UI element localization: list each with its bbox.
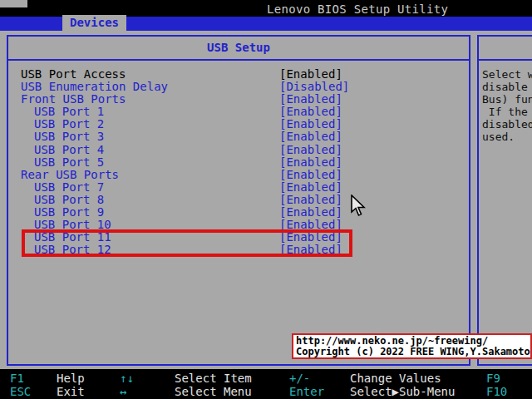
keybar-label: Change Values [350,372,441,385]
bios-screen: Lenovo BIOS Setup Utility Devices USB Se… [0,0,532,399]
highlight-box [22,229,352,257]
keybar-label: Select▶Sub-Menu [350,385,455,398]
usb-setup-row[interactable]: USB Port 5[Enabled] [8,156,469,169]
usb-setup-row[interactable]: Rear USB Ports[Enabled] [8,169,469,181]
item-value: [Enabled] [279,144,342,156]
corner-artifact [0,0,27,7]
item-label: USB Port 8 [8,194,104,206]
usb-setup-row[interactable]: USB Port 9[Enabled] [8,206,469,219]
keybar-label: Help [57,372,85,385]
mouse-cursor [351,195,367,218]
usb-setup-row[interactable]: USB Port 4[Enabled] [8,144,469,156]
app-title: Lenovo BIOS Setup Utility [267,2,448,16]
keybar-key: ↔ [120,385,126,398]
item-label: USB Port 2 [8,118,104,131]
item-value: [Enabled] [279,131,342,143]
keybar-label: Select Item [175,372,252,385]
title-bar: Lenovo BIOS Setup Utility [0,0,532,17]
function-key-bar: F1Help↑↓Select Item+/-Change ValuesF9 ES… [0,369,532,399]
usb-setup-list: USB Port Access[Enabled]USB Enumeration … [8,68,469,256]
keybar-key: F1 [10,372,24,385]
help-panel-divider [479,59,532,61]
usb-setup-row[interactable]: USB Port 1[Enabled] [8,106,469,118]
item-label: USB Port 9 [8,206,104,219]
item-label: Rear USB Ports [8,169,119,181]
keybar-key: +/- [289,372,310,385]
usb-setup-row[interactable]: USB Port 3[Enabled] [8,131,469,143]
help-text: Select wdisable Bus) fun If the disabled… [482,68,532,144]
item-label: USB Port 3 [8,131,104,143]
keybar-key: F10 [486,385,507,398]
item-label: USB Port Access [8,68,126,81]
panel-title: USB Setup [8,41,469,54]
keybar-key: F9 [486,372,500,385]
tab-devices[interactable]: Devices [62,15,126,31]
help-text-line: used. [482,131,532,143]
help-text-line: disabled [482,118,532,131]
item-value: [Enabled] [279,118,342,131]
keybar-label: Select Menu [175,385,252,398]
keybar-row2: ESCExit↔Select MenuEnterSelect▶Sub-MenuF… [0,385,532,397]
item-label: USB Enumeration Delay [8,81,168,93]
item-value: [Disabled] [279,81,349,93]
keybar-key: ESC [10,385,31,398]
usb-setup-row[interactable]: USB Port Access[Enabled] [8,68,469,81]
watermark-copyright: Copyright (c) 2022 FREE WING,Y.Sakamoto [293,347,530,357]
usb-setup-row[interactable]: USB Port 2[Enabled] [8,118,469,131]
item-value: [Enabled] [279,169,342,181]
keybar-row1: F1Help↑↓Select Item+/-Change ValuesF9 [0,372,532,384]
item-value: [Enabled] [279,106,342,118]
usb-setup-row[interactable]: Front USB Ports[Enabled] [8,93,469,106]
item-label: USB Port 7 [8,181,104,194]
item-label: USB Port 4 [8,144,104,156]
keybar-key: Enter [289,385,324,398]
item-value: [Enabled] [279,194,342,206]
usb-setup-row[interactable]: USB Port 7[Enabled] [8,181,469,194]
help-panel: Select wdisable Bus) fun If the disabled… [477,35,532,366]
item-label: USB Port 1 [8,106,104,118]
item-value: [Enabled] [279,68,342,81]
item-value: [Enabled] [279,156,342,169]
usb-setup-panel: USB Setup USB Port Access[Enabled]USB En… [7,35,470,366]
help-text-line: disable [482,81,532,93]
usb-setup-row[interactable]: USB Port 8[Enabled] [8,194,469,206]
item-label: USB Port 5 [8,156,104,169]
watermark-box: http://www.neko.ne.jp/~freewing/ Copyrig… [292,333,532,359]
usb-setup-row[interactable]: USB Enumeration Delay[Disabled] [8,81,469,93]
item-value: [Enabled] [279,93,342,106]
item-label: Front USB Ports [8,93,126,106]
help-text-line: Bus) fun [482,93,532,106]
panel-divider [8,59,469,61]
keybar-key: ↑↓ [120,372,134,385]
help-text-line: Select w [482,68,532,81]
item-value: [Enabled] [279,181,342,194]
help-text-line: If the [482,106,532,118]
keybar-label: Exit [57,385,85,398]
item-value: [Enabled] [279,206,342,219]
